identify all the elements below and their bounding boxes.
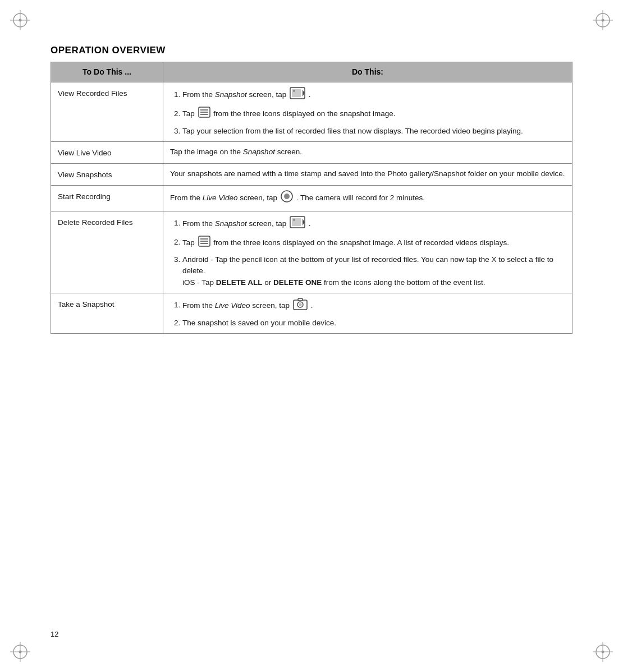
bold-delete-one: DELETE ONE — [273, 278, 322, 287]
svg-point-7 — [602, 19, 604, 22]
svg-point-25 — [284, 194, 290, 199]
svg-point-29 — [293, 219, 295, 221]
snapshot-icon-inline — [290, 87, 305, 103]
plain-text: Your snapshots are named with a time sta… — [170, 168, 565, 179]
table-row: View Live Video Tap the image on the Sna… — [51, 141, 572, 163]
corner-mark-br — [593, 642, 613, 662]
overview-table: To Do This ... Do This: View Recorded Fi… — [51, 62, 572, 334]
table-row: Delete Recorded Files From the Snapshot … — [51, 211, 572, 293]
bold-delete-all: DELETE ALL — [216, 278, 263, 287]
svg-point-3 — [19, 19, 22, 22]
svg-rect-37 — [298, 298, 303, 301]
snapshot-icon-inline — [290, 216, 305, 232]
list-item: The snapshot is saved on your mobile dev… — [182, 317, 565, 329]
action-cell: View Recorded Files — [51, 82, 163, 142]
col1-header: To Do This ... — [51, 62, 163, 82]
list-item: Tap your selection from the list of reco… — [182, 126, 565, 137]
plain-text: Tap the image on the Snapshot screen. — [170, 146, 565, 158]
table-row: View Snapshots Your snapshots are named … — [51, 164, 572, 186]
italic-text: Snapshot — [215, 219, 247, 227]
steps-cell: From the Live Video screen, tap . The ca… — [163, 186, 572, 211]
list-icon-inline — [198, 107, 210, 121]
svg-point-36 — [299, 303, 301, 306]
corner-mark-bl — [10, 642, 30, 662]
italic-text: Snapshot — [215, 90, 247, 99]
record-icon-inline — [281, 190, 293, 206]
plain-text: From the Live Video screen, tap . The ca… — [170, 190, 565, 206]
steps-cell: Tap the image on the Snapshot screen. — [163, 141, 572, 163]
table-row: Take a Snapshot From the Live Video scre… — [51, 293, 572, 334]
camera-icon-inline — [293, 298, 308, 314]
steps-cell: Your snapshots are named with a time sta… — [163, 164, 572, 186]
section-title: OPERATION OVERVIEW — [51, 45, 572, 56]
list-icon-inline — [198, 236, 210, 250]
action-cell: Start Recording — [51, 186, 163, 211]
steps-cell: From the Snapshot screen, tap . — [163, 82, 572, 142]
steps-cell: From the Live Video screen, tap . T — [163, 293, 572, 334]
action-cell: Take a Snapshot — [51, 293, 163, 334]
table-row: Start Recording From the Live Video scre… — [51, 186, 572, 211]
italic-text: Live Video — [215, 301, 250, 309]
table-row: View Recorded Files From the Snapshot sc… — [51, 82, 572, 142]
corner-mark-tr — [593, 10, 613, 30]
list-item: From the Snapshot screen, tap . — [182, 216, 565, 232]
action-cell: Delete Recorded Files — [51, 211, 163, 293]
corner-mark-tl — [10, 10, 30, 30]
list-item: Tap from the three icons displayed on th… — [182, 107, 565, 121]
list-item: Android - Tap the pencil icon at the bot… — [182, 254, 565, 288]
list-item: From the Snapshot screen, tap . — [182, 87, 565, 103]
page-number: 12 — [51, 630, 58, 638]
italic-text: Snapshot — [243, 148, 275, 156]
svg-point-11 — [19, 651, 22, 653]
svg-point-15 — [602, 651, 604, 653]
action-cell: View Snapshots — [51, 164, 163, 186]
page-wrapper: OPERATION OVERVIEW To Do This ... Do Thi… — [0, 0, 623, 672]
steps-cell: From the Snapshot screen, tap . — [163, 211, 572, 293]
list-item: Tap from the three icons displayed on th… — [182, 236, 565, 250]
italic-text: Live Video — [203, 194, 238, 202]
list-item: From the Live Video screen, tap . — [182, 298, 565, 314]
action-cell: View Live Video — [51, 141, 163, 163]
svg-point-19 — [293, 90, 295, 92]
col2-header: Do This: — [163, 62, 572, 82]
